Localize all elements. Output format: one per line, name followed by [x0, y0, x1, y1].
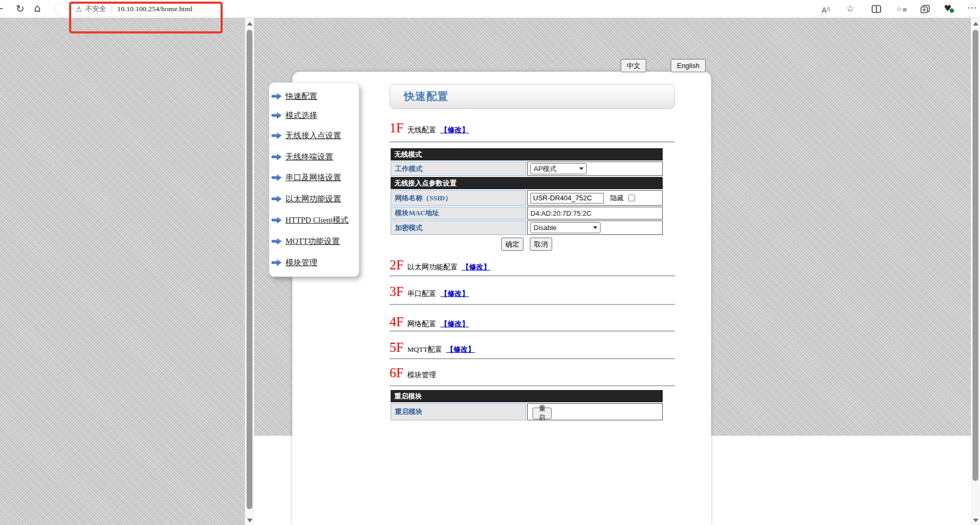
restart-button[interactable]: 重启: [533, 408, 552, 419]
arrow-icon: [272, 259, 282, 267]
scroll-down-arrow-icon[interactable]: [973, 519, 978, 522]
section-title: 网络配置: [407, 319, 436, 329]
hide-ssid-label: 隐藏: [610, 194, 624, 202]
read-aloud-icon[interactable]: A)): [822, 3, 830, 16]
mac-label: 模块MAC地址: [391, 207, 526, 219]
page-title: 快速配置: [404, 89, 449, 104]
section-divider: [390, 331, 675, 332]
group-header-wireless-mode: 无线模式: [391, 148, 663, 160]
group-header-ap-params: 无线接入点参数设置: [391, 177, 663, 189]
main-scrollbar[interactable]: [971, 18, 980, 525]
section-1f-row: 1F 无线配置 【修改】: [390, 121, 675, 137]
section-title: MQTT配置: [407, 345, 442, 354]
section-title: 串口配置: [407, 289, 436, 299]
collections-icon[interactable]: [920, 4, 930, 17]
page-title-bar: 快速配置: [390, 84, 675, 109]
arrow-icon: [272, 238, 282, 245]
scroll-down-arrow-icon[interactable]: [247, 519, 252, 522]
sidebar-item-ethernet[interactable]: 以太网功能设置: [272, 193, 359, 205]
arrow-icon: [272, 174, 282, 182]
favorite-star-icon[interactable]: ☆: [846, 2, 854, 15]
scroll-up-arrow-icon[interactable]: [973, 22, 978, 26]
section-number: 6F: [390, 366, 403, 380]
arrow-icon: [272, 153, 282, 161]
browser-essentials-icon[interactable]: ♥: [944, 2, 951, 15]
arrow-icon: [272, 92, 282, 100]
arrow-icon: [272, 132, 282, 140]
section-number: 2F: [390, 258, 403, 272]
work-mode-select[interactable]: AP模式: [530, 163, 587, 174]
english-language-button[interactable]: English: [671, 59, 706, 72]
restart-module-table: 重启模块 重启模块 重启: [390, 389, 664, 421]
split-screen-icon[interactable]: [872, 4, 881, 17]
section-divider: [390, 358, 675, 359]
section-divider: [390, 141, 675, 142]
section-2f-row: 2F 以太网功能配置 【修改】: [390, 258, 675, 274]
chinese-language-button[interactable]: 中文: [621, 59, 646, 72]
modify-link-ethernet[interactable]: 【修改】: [462, 262, 491, 272]
home-icon[interactable]: ⌂: [34, 2, 41, 14]
sidebar-item-quick-config[interactable]: 快速配置: [272, 90, 359, 102]
ssid-input[interactable]: [530, 193, 604, 204]
modify-link-network[interactable]: 【修改】: [440, 319, 469, 329]
back-icon[interactable]: ←: [0, 2, 3, 15]
section-divider: [390, 385, 675, 386]
group-header-restart: 重启模块: [391, 390, 663, 402]
mac-value: D4:AD:20:7D:75:2C: [527, 207, 663, 219]
arrow-icon: [272, 216, 282, 224]
refresh-icon[interactable]: ↻: [16, 2, 24, 15]
form-buttons-row: 确定 取消: [390, 238, 664, 252]
arrow-icon: [272, 195, 282, 203]
sidebar-item-mode-select[interactable]: 模式选择: [272, 109, 359, 121]
section-divider: [390, 304, 675, 305]
section-number: 1F: [390, 121, 403, 135]
scroll-up-arrow-icon[interactable]: [247, 22, 252, 26]
scrollbar-thumb[interactable]: [247, 30, 252, 509]
encryption-select[interactable]: Disable: [530, 222, 601, 233]
left-frame-background: [0, 18, 245, 525]
arrow-icon: [272, 112, 282, 120]
favorites-bar-icon[interactable]: ☆≡: [896, 3, 907, 16]
wireless-config-table: 无线模式 工作模式 AP模式 无线接入点参数设置 网络名称（SSID） 隐藏 模…: [390, 147, 664, 236]
more-options-icon[interactable]: ⋯: [967, 1, 976, 14]
hide-ssid-checkbox[interactable]: [628, 194, 635, 201]
sidebar-item-serial-network[interactable]: 串口及网络设置: [272, 172, 359, 183]
ssid-label: 网络名称（SSID）: [391, 190, 526, 206]
scrollbar-thumb[interactable]: [973, 30, 978, 481]
section-number: 5F: [390, 341, 403, 354]
sidebar-item-wireless-ap[interactable]: 无线接入点设置: [272, 130, 359, 141]
section-number: 3F: [390, 285, 403, 299]
section-6f-row: 6F 模块管理: [390, 366, 675, 382]
encryption-label: 加密模式: [391, 221, 526, 235]
modify-link-mqtt[interactable]: 【修改】: [446, 345, 475, 354]
cancel-button[interactable]: 取消: [530, 238, 552, 251]
essentials-badge: [949, 8, 954, 13]
section-title: 模块管理: [407, 370, 436, 380]
sidebar-item-module-management[interactable]: 模块管理: [272, 257, 359, 268]
section-4f-row: 4F 网络配置 【修改】: [390, 315, 675, 331]
left-frame-scrollbar[interactable]: [245, 18, 254, 525]
section-title: 以太网功能配置: [407, 262, 458, 272]
sidebar-item-wireless-sta[interactable]: 无线终端设置: [272, 151, 359, 163]
ok-button[interactable]: 确定: [501, 238, 523, 251]
restart-label: 重启模块: [391, 403, 526, 420]
section-3f-row: 3F 串口配置 【修改】: [390, 285, 675, 301]
section-number: 4F: [390, 315, 403, 329]
section-title: 无线配置: [407, 125, 436, 135]
annotation-red-box: [69, 2, 223, 33]
sidebar-item-httpd-client[interactable]: HTTPD Client模式: [272, 214, 359, 226]
work-mode-label: 工作模式: [391, 162, 526, 176]
section-divider: [390, 275, 675, 276]
chevron-down-icon: [579, 167, 584, 170]
modify-link-serial[interactable]: 【修改】: [440, 289, 469, 299]
chevron-down-icon: [593, 226, 597, 229]
modify-link-wireless[interactable]: 【修改】: [440, 125, 469, 135]
section-5f-row: 5F MQTT配置 【修改】: [390, 341, 675, 357]
sidebar-item-mqtt[interactable]: MQTT功能设置: [272, 235, 359, 247]
